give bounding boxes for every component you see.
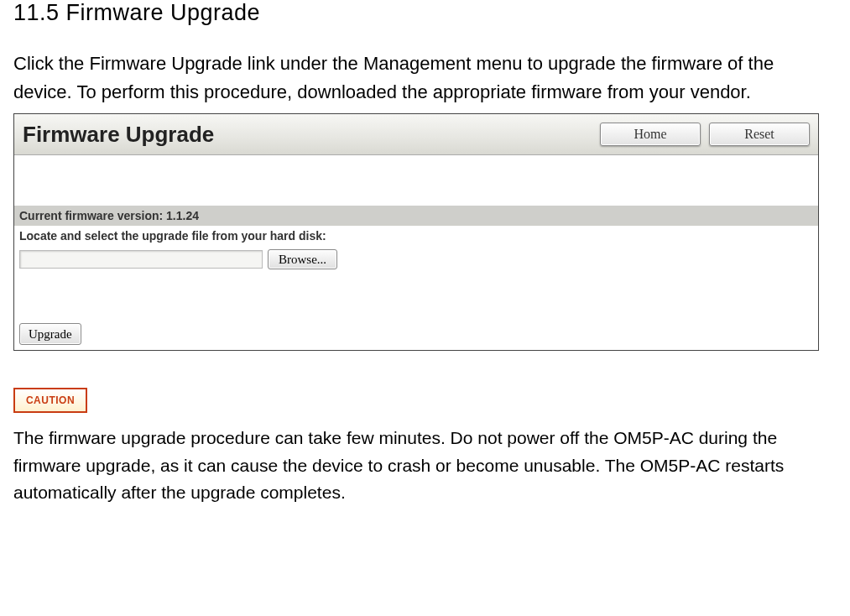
select-file-label: Locate and select the upgrade file from …	[19, 229, 326, 243]
caution-icon: CAUTION	[13, 388, 87, 413]
panel-spacer	[14, 155, 818, 206]
panel-title-text: Firmware Upgrade	[23, 122, 214, 148]
file-picker-row: Browse...	[14, 246, 818, 273]
panel-header-buttons: Home Reset	[600, 123, 810, 146]
upgrade-file-input[interactable]	[19, 250, 263, 269]
home-button[interactable]: Home	[600, 123, 701, 146]
firmware-version-label: Current firmware version:	[19, 209, 166, 222]
firmware-upgrade-panel: Firmware Upgrade Home Reset Current firm…	[13, 113, 819, 351]
section-heading: 11.5 Firmware Upgrade	[13, 0, 837, 26]
upgrade-button-row: Upgrade	[14, 320, 818, 350]
panel-title: Firmware Upgrade	[23, 122, 214, 148]
intro-paragraph: Click the Firmware Upgrade link under th…	[13, 50, 837, 107]
browse-button[interactable]: Browse...	[268, 249, 337, 269]
select-file-label-row: Locate and select the upgrade file from …	[14, 226, 818, 246]
upgrade-button[interactable]: Upgrade	[19, 323, 81, 345]
firmware-version-row: Current firmware version: 1.1.24	[14, 206, 818, 226]
caution-badge-wrap: CAUTION	[13, 388, 837, 413]
panel-header: Firmware Upgrade Home Reset	[14, 114, 818, 155]
caution-paragraph: The firmware upgrade procedure can take …	[13, 425, 837, 507]
firmware-version-value: 1.1.24	[166, 209, 199, 222]
reset-button[interactable]: Reset	[709, 123, 810, 146]
